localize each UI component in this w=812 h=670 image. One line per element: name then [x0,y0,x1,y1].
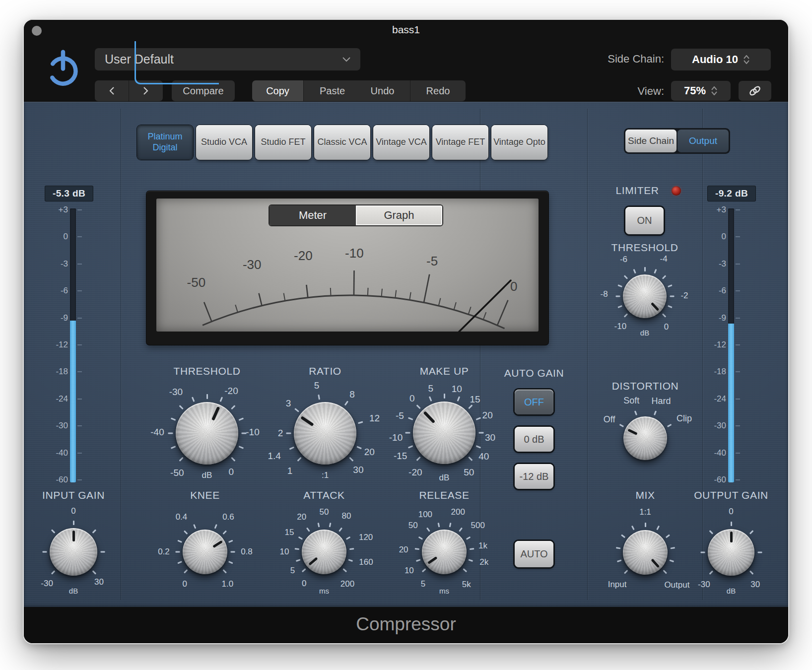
auto-gain-0db-button[interactable]: 0 dB [515,427,553,452]
ratio-unit-label: :1 [322,470,329,480]
stepper-icon [711,86,718,95]
makeup-knob[interactable] [413,402,475,464]
meter-scale-label: -60 [704,475,726,485]
meter-scale-label: -12 [46,340,68,350]
link-button[interactable] [739,81,771,101]
ratio-scale-label: 12 [369,413,380,424]
side-chain-view-button[interactable]: Side Chain [625,130,677,152]
meter-scale-tick [77,399,82,400]
plugin-name: Compressor [24,607,788,642]
panel-seam [121,109,121,600]
paste-button[interactable]: Paste [303,80,361,101]
auto-gain-label: AUTO GAIN [504,367,564,379]
limiter-threshold-scale-label: -2 [680,291,688,301]
view-selector[interactable]: 75% [671,81,731,101]
knee-knob[interactable] [183,530,227,574]
power-icon[interactable] [45,49,81,87]
ratio-scale-label: 1.4 [268,451,280,462]
makeup-title: MAKE UP [420,365,469,377]
attack-knob[interactable] [302,530,346,574]
limiter-on-button[interactable]: ON [625,207,664,234]
preset-selector[interactable]: User Default [95,48,360,70]
limiter-threshold-scale-label: -10 [614,322,627,332]
meter-scale-label: -30 [46,421,68,431]
attack-title: ATTACK [303,489,344,501]
meter-scale-tick [736,425,740,426]
auto-release-button[interactable]: AUTO [515,541,553,567]
meter-scale-tick [77,453,82,454]
output-gain-title: OUTPUT GAIN [694,489,768,501]
redo-button[interactable]: Redo [410,80,466,101]
knee-scale-label: 0 [182,579,187,589]
ratio-scale-label: 1 [287,466,293,476]
next-preset-button[interactable] [129,80,163,101]
tab-vintage-opto[interactable]: Vintage Opto [491,125,547,160]
knee-scale-label: 0.8 [241,547,253,557]
knee-scale-tick [175,551,180,553]
distortion-knob[interactable] [623,416,667,460]
input-gain-unit-label: dB [69,587,78,595]
limiter-threshold-scale-tick [670,296,674,297]
output-gain-scale-tick [700,552,705,553]
meter-scale-tick [736,479,740,480]
tab-studio-vca[interactable]: Studio VCA [196,125,252,160]
release-scale-label: 2k [479,557,488,567]
ratio-knob[interactable] [294,402,356,465]
tab-vintage-fet[interactable]: Vintage FET [432,125,488,160]
limiter-threshold-scale-tick [615,296,620,297]
threshold-scale-label: -30 [169,387,183,398]
output-view-button[interactable]: Output [677,130,729,152]
input-level-fill [70,321,76,482]
limiter-threshold-title: THRESHOLD [611,242,678,254]
input-gain-title: INPUT GAIN [42,489,105,501]
meter-scale-label: -24 [46,394,68,404]
limiter-threshold-knob[interactable] [623,274,667,318]
meter-scale-label: -40 [46,448,68,458]
tab-meter[interactable]: Meter [270,205,356,225]
threshold-scale-tick [168,433,173,434]
meter-scale-tick [77,344,82,345]
ratio-scale-label: 3 [286,398,291,409]
makeup-scale-label: 5 [428,383,434,394]
release-scale-label: 1k [478,541,487,551]
release-scale-label: 500 [471,521,485,531]
threshold-knob[interactable] [176,402,238,465]
tab-vintage-vca[interactable]: Vintage VCA [373,125,429,160]
side-chain-selector[interactable]: Audio 10 [671,49,771,70]
tab-platinum-digital[interactable]: Platinum Digital [137,125,193,160]
view-label: View: [595,85,664,98]
input-gain-scale-label: 0 [71,506,75,516]
release-knob[interactable] [422,530,467,574]
meter-scale-label: -30 [704,421,726,431]
undo-button[interactable]: Undo [355,80,410,101]
makeup-scale-label: 10 [452,384,462,395]
compare-button[interactable]: Compare [172,80,235,101]
auto-gain-minus12db-button[interactable]: -12 dB [515,464,553,489]
prev-preset-button[interactable] [95,80,129,101]
svg-text:0: 0 [510,279,517,294]
auto-gain-off-button[interactable]: OFF [515,390,553,414]
link-icon [748,85,762,97]
screen: bass1 User Default Compare [0,0,812,670]
meter-graph-toggle: Meter Graph [269,204,443,226]
input-gain-scale-label: -30 [41,579,53,589]
release-unit-label: ms [439,587,449,595]
mix-scale-label: 1:1 [639,507,651,517]
mix-knob[interactable] [623,530,668,575]
ratio-scale-label: 30 [353,465,363,475]
copy-button[interactable]: Copy [252,80,303,101]
output-gain-scale-label: -30 [698,580,710,590]
limiter-led [672,186,681,196]
meter-scale-tick [77,371,82,372]
output-gain-unit-label: dB [727,587,736,595]
meter-scale-label: -9 [46,313,68,323]
tab-studio-fet[interactable]: Studio FET [255,125,311,160]
tab-graph[interactable]: Graph [356,205,442,225]
makeup-scale-label: 20 [482,410,493,421]
meter-scale-tick [77,318,82,319]
makeup-scale-label: 15 [470,394,480,405]
tab-classic-vca[interactable]: Classic VCA [314,125,370,160]
meter-scale-label: +3 [704,205,726,215]
output-gain-scale-label: 0 [729,507,733,517]
attack-scale-label: 50 [320,507,329,517]
